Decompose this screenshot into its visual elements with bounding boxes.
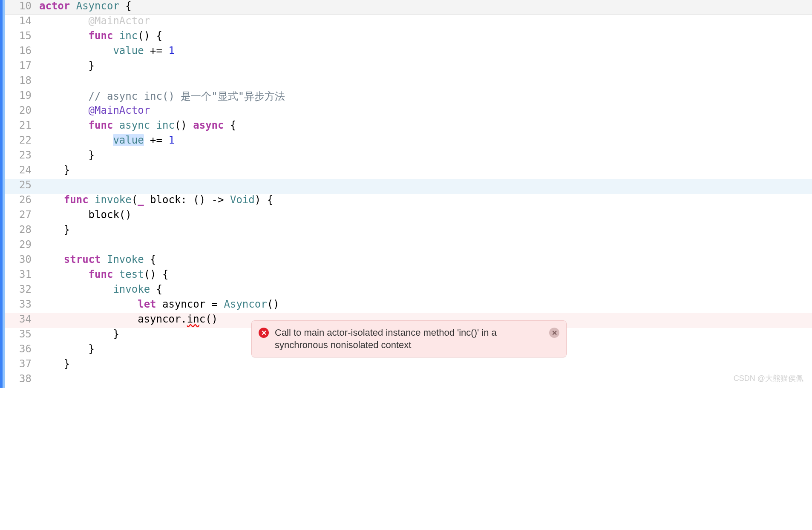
code-line[interactable]: @MainActor bbox=[39, 104, 812, 119]
pinned-context-line[interactable]: 10actor Asyncor { bbox=[5, 0, 812, 15]
watermark: CSDN @大熊猫侯佩 bbox=[734, 373, 803, 383]
line-number: 26 bbox=[5, 194, 39, 209]
code-line[interactable]: value += 1 bbox=[39, 45, 812, 60]
line-number: 27 bbox=[5, 209, 39, 224]
line-number: 38 bbox=[5, 373, 39, 388]
code-line[interactable]: block() bbox=[39, 209, 812, 224]
line-number: 35 bbox=[5, 328, 39, 343]
code-line-row[interactable]: 28 } bbox=[5, 224, 812, 239]
code-line[interactable] bbox=[39, 179, 812, 194]
code-line[interactable] bbox=[39, 75, 812, 89]
line-number: 21 bbox=[5, 119, 39, 134]
code-line[interactable]: @MainActor bbox=[39, 15, 812, 30]
line-number: 15 bbox=[5, 30, 39, 45]
code-line-row[interactable]: 30 struct Invoke { bbox=[5, 253, 812, 268]
line-number: 17 bbox=[5, 60, 39, 75]
line-number: 36 bbox=[5, 343, 39, 358]
error-message: Call to main actor-isolated instance met… bbox=[275, 327, 543, 351]
line-number: 29 bbox=[5, 239, 39, 253]
code-line-row[interactable]: 17 } bbox=[5, 60, 812, 75]
code-line-row[interactable]: 21 func async_inc() async { bbox=[5, 119, 812, 134]
line-number: 24 bbox=[5, 164, 39, 179]
code-line[interactable]: let asyncor = Asyncor() bbox=[39, 298, 812, 313]
code-line-row[interactable]: 23 } bbox=[5, 149, 812, 164]
code-line-row[interactable]: 26 func invoke(_ block: () -> Void) { bbox=[5, 194, 812, 209]
code-line[interactable]: func inc() { bbox=[39, 30, 812, 45]
code-line[interactable]: } bbox=[39, 224, 812, 239]
code-line-row[interactable]: 22 value += 1 bbox=[5, 134, 812, 149]
code-line-row[interactable]: 29 bbox=[5, 239, 812, 253]
code-line-row[interactable]: 33 let asyncor = Asyncor() bbox=[5, 298, 812, 313]
code-line[interactable] bbox=[39, 373, 812, 388]
line-number: 14 bbox=[5, 15, 39, 30]
code-line[interactable]: } bbox=[39, 149, 812, 164]
code-line-row[interactable]: 15 func inc() { bbox=[5, 30, 812, 45]
code-line-row[interactable]: 25 bbox=[5, 179, 812, 194]
line-number: 16 bbox=[5, 45, 39, 60]
line-number: 28 bbox=[5, 224, 39, 239]
line-number: 34 bbox=[5, 313, 39, 328]
code-line[interactable]: invoke { bbox=[39, 283, 812, 298]
code-line-row[interactable]: 31 func test() { bbox=[5, 268, 812, 283]
code-line[interactable]: func test() { bbox=[39, 268, 812, 283]
code-line-row[interactable]: 20 @MainActor bbox=[5, 104, 812, 119]
line-number: 30 bbox=[5, 253, 39, 268]
error-diagnostic-popup[interactable]: ✕ Call to main actor-isolated instance m… bbox=[251, 320, 567, 357]
code-line[interactable]: } bbox=[39, 358, 812, 373]
line-number: 23 bbox=[5, 149, 39, 164]
code-line-row[interactable]: 38 bbox=[5, 373, 812, 388]
line-number: 33 bbox=[5, 298, 39, 313]
code-line-row[interactable]: 27 block() bbox=[5, 209, 812, 224]
code-line-row[interactable]: 14 @MainActor bbox=[5, 15, 812, 30]
code-line[interactable]: func async_inc() async { bbox=[39, 119, 812, 134]
code-line-row[interactable]: 32 invoke { bbox=[5, 283, 812, 298]
code-line-row[interactable]: 24 } bbox=[5, 164, 812, 179]
code-line[interactable]: } bbox=[39, 164, 812, 179]
code-line[interactable]: value += 1 bbox=[39, 134, 812, 149]
close-icon[interactable]: ✕ bbox=[549, 328, 559, 338]
line-number: 19 bbox=[5, 89, 39, 104]
code-line[interactable]: } bbox=[39, 60, 812, 75]
code-line[interactable]: actor Asyncor { bbox=[39, 0, 812, 14]
line-number: 32 bbox=[5, 283, 39, 298]
code-line[interactable] bbox=[39, 239, 812, 253]
error-icon: ✕ bbox=[259, 328, 269, 338]
code-line[interactable]: func invoke(_ block: () -> Void) { bbox=[39, 194, 812, 209]
line-number: 18 bbox=[5, 75, 39, 89]
line-number: 20 bbox=[5, 104, 39, 119]
line-number: 10 bbox=[5, 0, 39, 14]
code-line-row[interactable]: 18 bbox=[5, 75, 812, 89]
line-number: 31 bbox=[5, 268, 39, 283]
code-line[interactable]: // async_inc() 是一个"显式"异步方法 bbox=[39, 89, 812, 104]
change-marker-stripes bbox=[0, 0, 5, 388]
code-line[interactable]: struct Invoke { bbox=[39, 253, 812, 268]
code-line-row[interactable]: 37 } bbox=[5, 358, 812, 373]
code-line-row[interactable]: 16 value += 1 bbox=[5, 45, 812, 60]
line-number: 22 bbox=[5, 134, 39, 149]
line-number: 25 bbox=[5, 179, 39, 194]
line-number: 37 bbox=[5, 358, 39, 373]
code-line-row[interactable]: 19 // async_inc() 是一个"显式"异步方法 bbox=[5, 89, 812, 104]
